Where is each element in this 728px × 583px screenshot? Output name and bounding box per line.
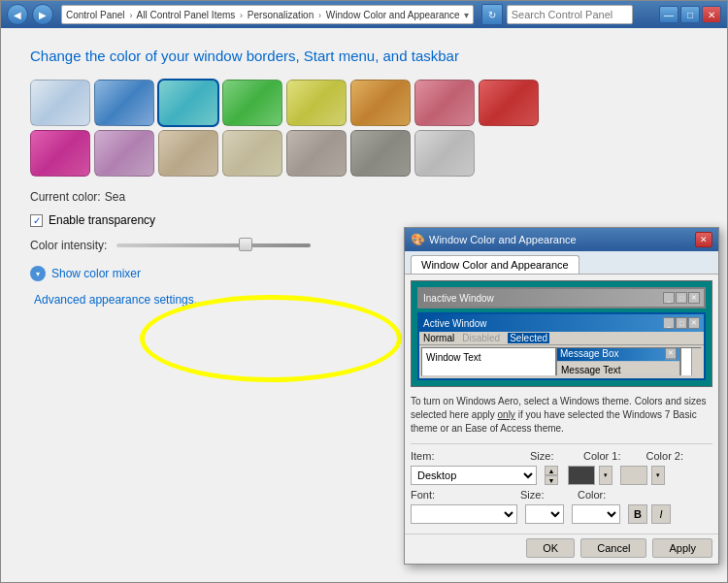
swatch-sand[interactable] [222,130,282,177]
forward-button[interactable]: ▶ [32,4,53,25]
dialog-cancel-button[interactable]: Cancel [580,538,646,558]
current-color-row: Current color: Sea [30,190,698,204]
color1-dropdown[interactable]: ▾ [599,466,612,485]
window-scrollbar[interactable] [691,348,701,375]
window-text: Window Text [426,352,481,363]
font-size-label: Size: [520,489,554,501]
italic-button[interactable]: I [651,504,671,524]
item-row: Item: Size: Color 1: Color 2: [411,450,712,462]
swatch-teal[interactable] [158,80,218,126]
swatch-pink[interactable] [414,80,475,126]
swatch-yellow[interactable] [286,80,347,126]
dialog-title-bar: 🎨 Window Color and Appearance ✕ [405,228,718,251]
address-dropdown[interactable]: ▾ [464,10,469,20]
current-color-value: Sea [105,190,125,204]
minimize-button[interactable]: — [659,6,678,23]
swatch-gray[interactable] [286,130,347,177]
dialog-close-button[interactable]: ✕ [695,232,712,247]
transparency-label: Enable transparency [49,213,155,227]
active-window: Active Window _ □ ✕ Normal Disabled Sele… [417,312,706,380]
dialog-title-text: 🎨 Window Color and Appearance [411,233,577,246]
item-label: Item: [411,450,454,462]
swatch-green[interactable] [222,80,282,126]
dialog-apply-button[interactable]: Apply [652,538,712,558]
search-input[interactable] [507,5,633,24]
swatch-tan[interactable] [158,130,218,177]
swatch-orange[interactable] [350,80,411,126]
size-spin-up[interactable]: ▲ [545,466,558,475]
active-window-label: Active Window [423,318,487,329]
refresh-button[interactable]: ↻ [481,4,503,25]
color2-box[interactable] [620,466,647,485]
swatch-blue[interactable] [94,80,154,126]
swatch-sky[interactable] [30,80,90,126]
content-wrapper: Change the color of your window borders,… [1,28,727,582]
advanced-appearance-link[interactable]: Advanced appearance settings... [34,293,204,307]
font-color-select[interactable] [572,504,620,524]
breadcrumb: Control Panel › All Control Panel Items … [66,10,460,20]
window-body: Window Text Message Box ✕ Message Text [421,347,702,376]
bold-button[interactable]: B [628,504,647,524]
active-title-bar: Active Window _ □ ✕ [419,314,704,332]
back-button[interactable]: ◀ [7,4,28,25]
inactive-close[interactable]: ✕ [688,292,700,304]
size-spinner: ▲ ▼ [545,466,558,485]
color-mixer-icon: ▾ [30,266,46,281]
message-text: Message Text [561,365,676,375]
swatch-lilac[interactable] [94,130,154,177]
transparency-row: ✓ Enable transparency [30,213,698,227]
dialog-window: 🎨 Window Color and Appearance ✕ Window C… [404,227,719,565]
inactive-maximize[interactable]: □ [676,292,687,304]
inactive-title-controls: _ □ ✕ [663,292,700,304]
msgbox-close[interactable]: ✕ [665,347,677,359]
active-close[interactable]: ✕ [688,317,700,329]
color2-dropdown[interactable]: ▾ [651,466,665,485]
dialog-tab-appearance[interactable]: Window Color and Appearance [411,255,579,274]
inactive-minimize[interactable]: _ [663,292,675,304]
font-label: Font: [411,489,454,501]
title-bar-controls: — □ ✕ [659,6,721,23]
title-bar-left: ◀ ▶ Control Panel › All Control Panel It… [7,4,633,25]
item-select[interactable]: Desktop [411,466,537,485]
active-title-controls: _ □ ✕ [663,317,700,329]
item-select-wrapper: Desktop [411,466,537,485]
intensity-slider[interactable] [116,243,311,247]
active-minimize[interactable]: _ [663,317,675,329]
inactive-title-bar: Inactive Window _ □ ✕ [419,289,704,307]
maximize-button[interactable]: □ [680,6,700,23]
font-select[interactable] [411,504,517,524]
color-mixer-link[interactable]: Show color mixer [51,267,141,280]
slider-thumb[interactable] [239,238,252,251]
active-maximize[interactable]: □ [676,317,687,329]
swatch-silver[interactable] [414,130,475,177]
highlight-only: only [498,409,515,420]
font-size-select[interactable] [525,504,564,524]
current-color-label: Current color: [30,190,101,204]
address-bar[interactable]: Control Panel › All Control Panel Items … [61,5,474,24]
size-label: Size: [530,450,564,462]
message-box-title: Message Box ✕ [557,347,679,361]
color1-box[interactable] [568,466,595,485]
inactive-window-label: Inactive Window [423,293,494,304]
swatches-grid [30,80,698,177]
swatch-empty [479,130,539,177]
message-box-body: Message Text OK [557,361,679,376]
swatch-slate[interactable] [350,130,411,177]
color2-label: Color 2: [646,450,684,462]
transparency-checkbox[interactable]: ✓ [30,214,43,227]
controls-section: Item: Size: Color 1: Color 2: Desktop [411,443,712,524]
inactive-window: Inactive Window _ □ ✕ [417,287,706,308]
swatch-red[interactable] [479,80,539,126]
size-spin-down[interactable]: ▼ [545,475,558,485]
dialog-footer: OK Cancel Apply [405,534,718,564]
font-controls-row: B I [411,504,712,524]
main-window: ◀ ▶ Control Panel › All Control Panel It… [0,0,728,583]
dialog-ok-button[interactable]: OK [526,538,575,558]
close-button[interactable]: ✕ [702,6,721,23]
page-title: Change the color of your window borders,… [30,48,698,64]
preview-area: Inactive Window _ □ ✕ Active Window [411,280,712,387]
info-text: To turn on Windows Aero, select a Window… [411,395,712,436]
dialog-tab-bar: Window Color and Appearance [405,251,718,275]
swatch-hotpink[interactable] [30,130,90,177]
intensity-label: Color intensity: [30,239,107,252]
